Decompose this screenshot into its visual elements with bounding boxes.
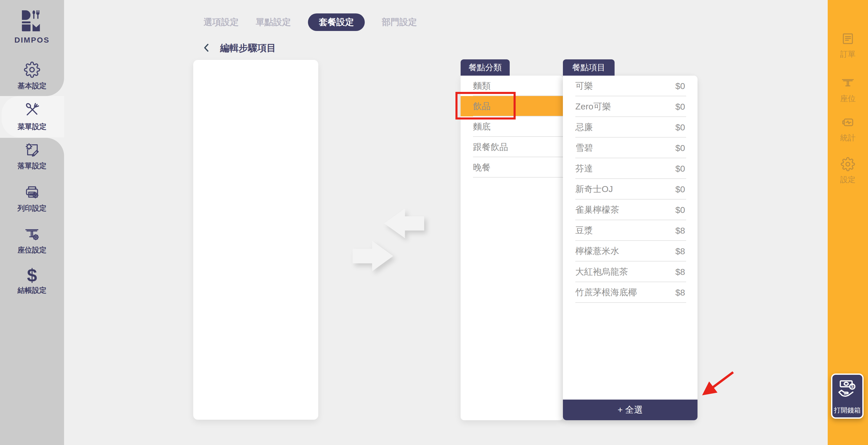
app-root: DIMPOS 基本設定 (0, 0, 868, 445)
category-label: 跟餐飲品 (473, 141, 508, 153)
svg-text:$: $ (851, 384, 854, 388)
cash-drawer-icon: $ (836, 378, 859, 402)
annotation-red-rectangle (456, 92, 516, 119)
tab-option-settings[interactable]: 選項設定 (204, 16, 239, 28)
item-name: 雪碧 (575, 142, 593, 154)
stats-pulse-icon (841, 115, 855, 131)
item-row[interactable]: 雀巢檸檬茶$0 (563, 200, 698, 220)
sidebar-item-basic-settings[interactable]: 基本設定 (0, 62, 64, 91)
item-row[interactable]: 雪碧$0 (563, 138, 698, 158)
open-cash-drawer-button[interactable]: $ 打開錢箱 (831, 374, 864, 419)
category-row[interactable]: 跟餐飲品 (461, 137, 563, 157)
item-name: 雀巢檸檬茶 (575, 204, 619, 216)
brand-logo: DIMPOS (0, 9, 64, 44)
sidebar-item-label: 列印設定 (18, 203, 46, 213)
sidebar-item-print-settings[interactable]: 列印設定 (0, 184, 64, 213)
gear-icon (841, 157, 855, 172)
item-name: 竹蔗茅根海底椰 (575, 286, 637, 298)
left-arrow-icon (384, 209, 424, 238)
rail-item-label: 設定 (840, 174, 856, 185)
item-row[interactable]: 竹蔗茅根海底椰$8 (563, 282, 698, 303)
move-right-arrow[interactable] (352, 241, 393, 271)
item-price: $0 (675, 143, 685, 153)
rail-item-stats[interactable]: 統計 (828, 115, 868, 143)
item-price: $0 (675, 184, 685, 194)
left-sidebar: DIMPOS 基本設定 (0, 0, 64, 445)
item-name: 芬達 (575, 163, 593, 174)
category-panel-tab: 餐點分類 (461, 59, 510, 76)
item-price: $0 (675, 81, 685, 91)
item-panel-tab: 餐點項目 (563, 59, 615, 76)
rail-item-label: 座位 (840, 94, 856, 104)
item-name: 忌廉 (575, 121, 593, 133)
brand-name: DIMPOS (0, 36, 64, 44)
table-icon (841, 76, 855, 91)
item-price: $8 (675, 246, 685, 256)
item-price: $8 (675, 267, 685, 277)
tab-department-settings[interactable]: 部門設定 (382, 16, 417, 28)
item-row[interactable]: Zero可樂$0 (563, 96, 698, 117)
item-price: $0 (675, 205, 685, 215)
printer-gear-icon (24, 184, 40, 201)
item-name: 新奇士OJ (575, 183, 613, 195)
sidebar-item-label: 結帳設定 (18, 285, 46, 295)
category-label: 麵類 (473, 80, 491, 92)
category-row[interactable]: 晚餐 (461, 157, 563, 178)
item-price: $0 (675, 102, 685, 112)
item-row[interactable]: 豆漿$8 (563, 220, 698, 241)
dimpos-logo-icon (0, 9, 64, 34)
move-left-arrow[interactable] (384, 209, 424, 238)
sidebar-item-order-settings[interactable]: 落單設定 (0, 141, 64, 171)
item-row[interactable]: 可樂$0 (563, 76, 698, 96)
item-price: $8 (675, 287, 685, 298)
item-row[interactable]: 新奇士OJ$0 (563, 179, 698, 200)
rail-item-settings[interactable]: 設定 (828, 157, 868, 185)
table-gear-icon (24, 226, 40, 243)
category-label: 晚餐 (473, 162, 491, 173)
item-name: 大紅袍烏龍茶 (575, 266, 628, 278)
sidebar-item-label: 座位設定 (18, 245, 46, 255)
sidebar-item-seat-settings[interactable]: 座位設定 (0, 226, 64, 255)
back-chevron-icon[interactable] (201, 42, 212, 55)
item-row[interactable]: 大紅袍烏龍茶$8 (563, 262, 698, 282)
item-price: $0 (675, 122, 685, 132)
category-panel: 麵類 飲品 麵底 跟餐飲品 晚餐 (461, 76, 563, 420)
item-row[interactable]: 檸檬薏米水$8 (563, 241, 698, 262)
rail-item-label: 統計 (840, 133, 856, 143)
item-row[interactable]: 忌廉$0 (563, 117, 698, 138)
page-header: 編輯步驟項目 (201, 42, 276, 55)
sidebar-item-menu-settings[interactable]: 菜單設定 (0, 101, 64, 132)
tab-combo-settings[interactable]: 套餐設定 (308, 13, 365, 31)
sidebar-item-label: 菜單設定 (18, 122, 46, 132)
item-panel: 可樂$0 Zero可樂$0 忌廉$0 雪碧$0 芬達$0 新奇士OJ$0 雀巢檸… (563, 76, 698, 420)
item-name: 可樂 (575, 80, 593, 92)
selected-steps-panel (193, 60, 318, 420)
gear-icon (24, 62, 40, 79)
rail-item-seats[interactable]: 座位 (828, 76, 868, 104)
open-cash-drawer-label: 打開錢箱 (834, 406, 861, 415)
right-arrow-icon (352, 241, 393, 271)
item-name: 豆漿 (575, 225, 593, 236)
rail-item-orders[interactable]: 訂單 (828, 32, 868, 60)
order-doc-icon (841, 32, 855, 47)
select-all-button[interactable]: + 全選 (563, 400, 698, 420)
annotation-red-arrow (694, 368, 739, 401)
crossed-utensils-icon (23, 101, 41, 120)
page-title: 編輯步驟項目 (220, 42, 276, 55)
order-edit-icon (24, 141, 40, 159)
item-price: $8 (675, 226, 685, 236)
sidebar-item-label: 基本設定 (18, 81, 46, 91)
rail-item-label: 訂單 (840, 49, 856, 60)
item-row[interactable]: 芬達$0 (563, 158, 698, 179)
tab-single-item-settings[interactable]: 單點設定 (256, 16, 291, 28)
category-label: 麵底 (473, 121, 491, 133)
sidebar-item-checkout-settings[interactable]: $ 結帳設定 (0, 267, 64, 295)
item-price: $0 (675, 164, 685, 174)
item-name: 檸檬薏米水 (575, 245, 619, 257)
settings-tabs: 選項設定 單點設定 套餐設定 部門設定 (204, 13, 417, 32)
sidebar-item-label: 落單設定 (18, 161, 46, 171)
dollar-icon: $ (27, 267, 37, 283)
item-name: Zero可樂 (575, 101, 611, 112)
